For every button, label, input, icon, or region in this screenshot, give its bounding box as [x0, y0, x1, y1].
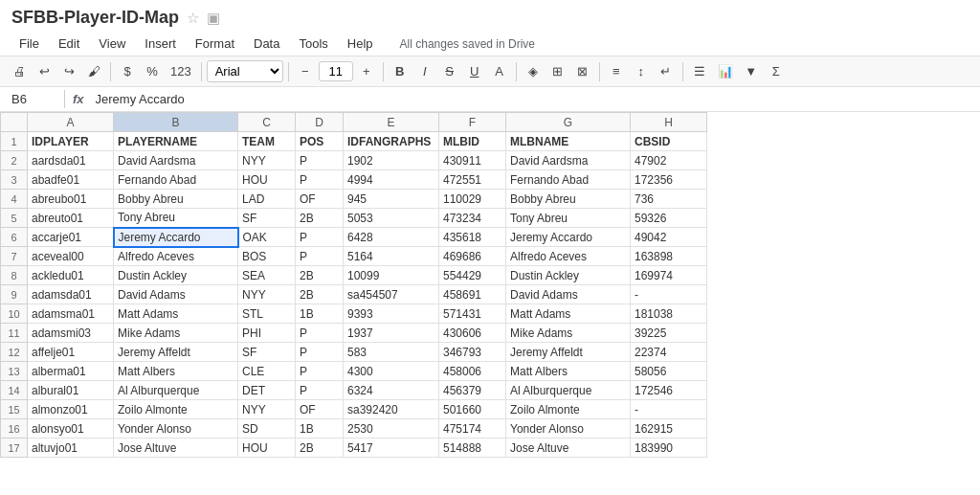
font-size-increase[interactable]: + — [355, 61, 378, 81]
cell-b3[interactable]: Fernando Abad — [114, 170, 238, 190]
cell-d16[interactable]: 1B — [296, 419, 344, 439]
cell-e3[interactable]: 4994 — [344, 170, 439, 190]
cell-b6[interactable]: Jeremy Accardo — [114, 228, 238, 247]
cell-b2[interactable]: David Aardsma — [114, 151, 238, 170]
cell-b12[interactable]: Jeremy Affeldt — [114, 343, 238, 362]
cell-e14[interactable]: 6324 — [344, 381, 439, 400]
cell-f7[interactable]: 469686 — [439, 247, 506, 266]
fill-color-button[interactable]: ◈ — [522, 61, 545, 81]
cell-g2[interactable]: David Aardsma — [506, 151, 631, 170]
cell-e7[interactable]: 5164 — [344, 247, 439, 266]
cell-d2[interactable]: P — [296, 151, 344, 170]
cell-h5[interactable]: 59326 — [631, 209, 707, 228]
cell-a13[interactable]: alberma01 — [28, 362, 114, 381]
star-icon[interactable]: ☆ — [187, 10, 199, 27]
cell-c9[interactable]: NYY — [238, 285, 296, 304]
cell-g7[interactable]: Alfredo Aceves — [506, 247, 631, 266]
cell-f9[interactable]: 458691 — [439, 285, 506, 304]
cell-g14[interactable]: Al Alburquerque — [506, 381, 631, 400]
cell-f2[interactable]: 430911 — [439, 151, 506, 170]
formula-input[interactable] — [92, 90, 972, 108]
cell-d4[interactable]: OF — [296, 190, 344, 209]
cell-c10[interactable]: STL — [238, 304, 296, 324]
cell-f12[interactable]: 346793 — [439, 343, 506, 362]
cell-f15[interactable]: 501660 — [439, 400, 506, 419]
cell-c14[interactable]: DET — [238, 381, 296, 400]
cell-c11[interactable]: PHI — [238, 324, 296, 343]
cell-g16[interactable]: Yonder Alonso — [506, 419, 631, 439]
cell-e15[interactable]: sa392420 — [344, 400, 439, 419]
cell-g5[interactable]: Tony Abreu — [506, 209, 631, 228]
cell-c5[interactable]: SF — [238, 209, 296, 228]
cell-d3[interactable]: P — [296, 170, 344, 190]
cell-g9[interactable]: David Adams — [506, 285, 631, 304]
cell-h6[interactable]: 49042 — [631, 228, 707, 247]
cell-e13[interactable]: 4300 — [344, 362, 439, 381]
cell-a14[interactable]: albural01 — [28, 381, 114, 400]
cell-d8[interactable]: 2B — [296, 266, 344, 285]
cell-e1[interactable]: IDFANGRAPHS — [344, 132, 439, 151]
cell-e5[interactable]: 5053 — [344, 209, 439, 228]
cell-a6[interactable]: accarje01 — [28, 228, 114, 247]
chart-button[interactable]: 📊 — [713, 61, 738, 81]
text-color-button[interactable]: A — [488, 61, 511, 81]
cell-g12[interactable]: Jeremy Affeldt — [506, 343, 631, 362]
cell-g17[interactable]: Jose Altuve — [506, 439, 631, 458]
cell-g13[interactable]: Matt Albers — [506, 362, 631, 381]
cell-f14[interactable]: 456379 — [439, 381, 506, 400]
col-header-e[interactable]: E — [344, 113, 439, 132]
formula-button[interactable]: Σ — [765, 61, 788, 81]
halign-button[interactable]: ≡ — [605, 61, 628, 81]
paint-format-button[interactable]: 🖌 — [82, 61, 105, 81]
cell-c2[interactable]: NYY — [238, 151, 296, 170]
cell-f13[interactable]: 458006 — [439, 362, 506, 381]
cell-a12[interactable]: affelje01 — [28, 343, 114, 362]
cell-e2[interactable]: 1902 — [344, 151, 439, 170]
col-header-f[interactable]: F — [439, 113, 506, 132]
cell-h9[interactable]: - — [631, 285, 707, 304]
cell-h2[interactable]: 47902 — [631, 151, 707, 170]
cell-g10[interactable]: Matt Adams — [506, 304, 631, 324]
cell-a5[interactable]: abreuto01 — [28, 209, 114, 228]
cell-c6[interactable]: OAK — [238, 228, 296, 247]
cell-h4[interactable]: 736 — [631, 190, 707, 209]
cell-c16[interactable]: SD — [238, 419, 296, 439]
italic-button[interactable]: I — [413, 61, 436, 81]
freeze-button[interactable]: ☰ — [688, 61, 711, 81]
font-size-input[interactable] — [319, 61, 353, 81]
cell-b17[interactable]: Jose Altuve — [114, 439, 238, 458]
menu-data[interactable]: Data — [246, 34, 287, 54]
cell-d7[interactable]: P — [296, 247, 344, 266]
valign-button[interactable]: ↕ — [630, 61, 653, 81]
cell-e9[interactable]: sa454507 — [344, 285, 439, 304]
cell-h8[interactable]: 169974 — [631, 266, 707, 285]
cell-b1[interactable]: PLAYERNAME — [114, 132, 238, 151]
cell-c15[interactable]: NYY — [238, 400, 296, 419]
cell-d9[interactable]: 2B — [296, 285, 344, 304]
cell-e11[interactable]: 1937 — [344, 324, 439, 343]
cell-f6[interactable]: 435618 — [439, 228, 506, 247]
cell-c8[interactable]: SEA — [238, 266, 296, 285]
redo-button[interactable]: ↪ — [57, 61, 80, 81]
cell-d17[interactable]: 2B — [296, 439, 344, 458]
col-header-c[interactable]: C — [238, 113, 296, 132]
cell-f10[interactable]: 571431 — [439, 304, 506, 324]
cell-f11[interactable]: 430606 — [439, 324, 506, 343]
undo-button[interactable]: ↩ — [33, 61, 56, 81]
filter-button[interactable]: ▼ — [740, 61, 763, 81]
print-button[interactable]: 🖨 — [8, 61, 31, 81]
cell-a2[interactable]: aardsda01 — [28, 151, 114, 170]
cell-f5[interactable]: 473234 — [439, 209, 506, 228]
cell-h1[interactable]: CBSID — [631, 132, 707, 151]
col-header-a[interactable]: A — [28, 113, 114, 132]
cell-b10[interactable]: Matt Adams — [114, 304, 238, 324]
cell-a4[interactable]: abreubo01 — [28, 190, 114, 209]
cell-b14[interactable]: Al Alburquerque — [114, 381, 238, 400]
cell-h7[interactable]: 163898 — [631, 247, 707, 266]
cell-f16[interactable]: 475174 — [439, 419, 506, 439]
cell-e12[interactable]: 583 — [344, 343, 439, 362]
cell-e8[interactable]: 10099 — [344, 266, 439, 285]
cell-b13[interactable]: Matt Albers — [114, 362, 238, 381]
cell-a8[interactable]: ackledu01 — [28, 266, 114, 285]
col-header-g[interactable]: G — [506, 113, 631, 132]
